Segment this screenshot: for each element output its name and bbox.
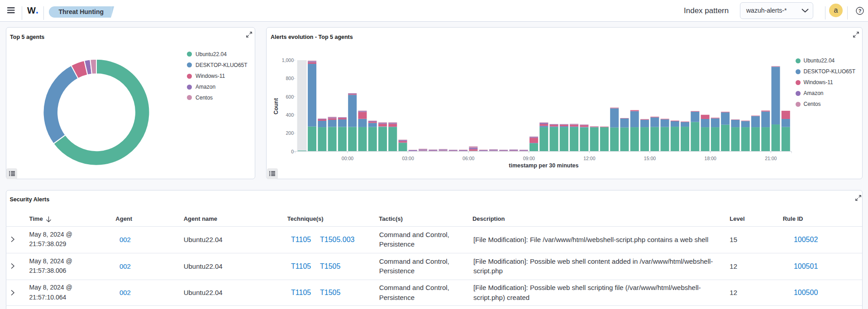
svg-text:?: ? <box>858 8 861 14</box>
